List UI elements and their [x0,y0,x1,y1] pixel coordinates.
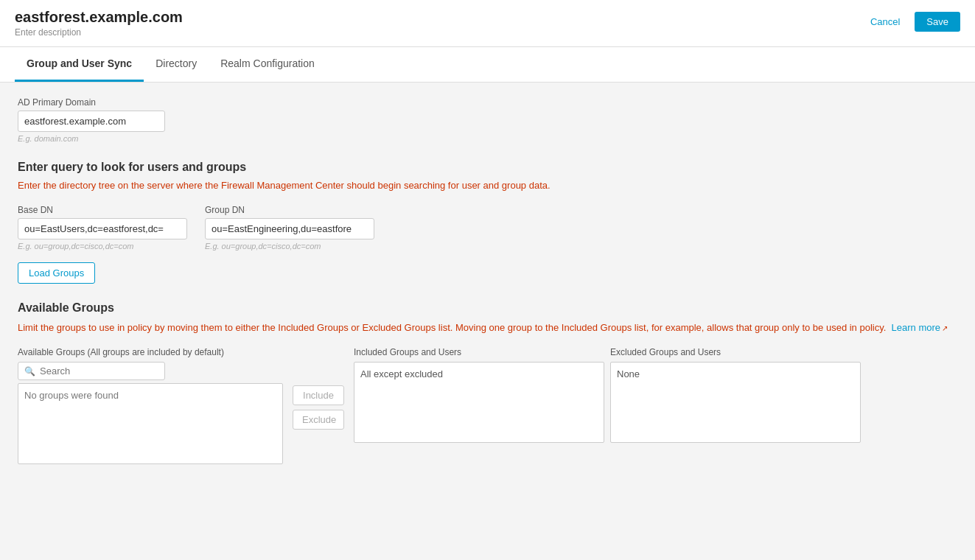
available-groups-section: Available Groups Limit the groups to use… [18,301,957,465]
include-button[interactable]: Include [293,385,344,405]
page-title: eastforest.example.com [15,9,183,26]
ad-primary-domain-input[interactable] [18,111,165,132]
base-dn-label: Base DN [18,205,187,215]
base-dn-input[interactable] [18,218,187,239]
group-dn-hint: E.g. ou=group,dc=cisco,dc=com [205,242,374,251]
header-info: eastforest.example.com Enter description [15,9,183,38]
ad-primary-domain-hint: E.g. domain.com [18,134,957,143]
search-icon: 🔍 [24,366,35,377]
cancel-button[interactable]: Cancel [862,12,909,32]
available-groups-desc-text: Limit the groups to use in policy by mov… [18,322,886,333]
base-dn-hint: E.g. ou=group,dc=cisco,dc=com [18,242,187,251]
tab-group-user-sync[interactable]: Group and User Sync [15,47,144,82]
available-groups-title: Available Groups [18,301,957,315]
query-section-title: Enter query to look for users and groups [18,161,957,174]
included-groups-column: Included Groups and Users All except exc… [354,347,604,443]
excluded-groups-list: None [610,362,861,443]
group-dn-label: Group DN [205,205,374,215]
middle-buttons: Include Exclude [289,347,348,430]
search-box[interactable]: 🔍 [18,362,165,380]
tab-realm-configuration[interactable]: Realm Configuration [209,47,326,82]
main-content: AD Primary Domain E.g. domain.com Enter … [0,83,975,560]
excluded-groups-value: None [617,368,640,379]
tabs-bar: Group and User Sync Directory Realm Conf… [0,47,975,83]
available-groups-col-label: Available Groups (All groups are include… [18,347,283,357]
excluded-groups-column: Excluded Groups and Users None [610,347,861,443]
exclude-button[interactable]: Exclude [293,410,344,430]
search-input[interactable] [40,365,158,377]
external-link-icon: ↗ [942,324,948,332]
tab-directory[interactable]: Directory [144,47,209,82]
save-button[interactable]: Save [915,12,960,32]
group-dn-input[interactable] [205,218,374,239]
groups-layout: Available Groups (All groups are include… [18,347,957,464]
no-groups-message: No groups were found [24,390,119,401]
available-groups-description: Limit the groups to use in policy by mov… [18,321,957,336]
ad-primary-domain-label: AD Primary Domain [18,97,957,108]
load-groups-button[interactable]: Load Groups [18,262,95,284]
page-subtitle: Enter description [15,27,183,38]
included-groups-col-label: Included Groups and Users [354,347,604,357]
dn-row: Base DN E.g. ou=group,dc=cisco,dc=com Gr… [18,205,957,251]
available-groups-list: No groups were found [18,383,283,464]
query-section-description: Enter the directory tree on the server w… [18,178,957,193]
header-actions: Cancel Save [862,12,960,32]
query-section: Enter query to look for users and groups… [18,161,957,284]
excluded-groups-col-label: Excluded Groups and Users [610,347,861,357]
learn-more-link[interactable]: Learn more [892,322,940,333]
available-groups-column: Available Groups (All groups are include… [18,347,283,464]
ad-primary-domain-section: AD Primary Domain E.g. domain.com [18,97,957,143]
group-dn-group: Group DN E.g. ou=group,dc=cisco,dc=com [205,205,374,251]
included-groups-list: All except excluded [354,362,604,443]
base-dn-group: Base DN E.g. ou=group,dc=cisco,dc=com [18,205,187,251]
header: eastforest.example.com Enter description… [0,0,975,47]
included-groups-value: All except excluded [360,368,443,379]
